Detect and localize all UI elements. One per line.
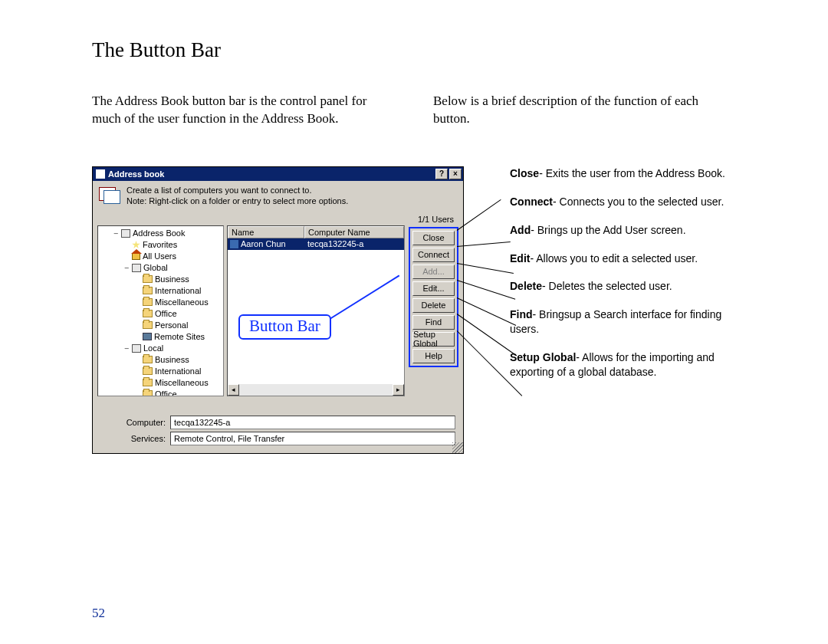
button-descriptions: Close- Exits the user from the Address B… [510,166,732,393]
folder-icon [143,287,153,294]
hint-text: Create a list of computers you want to c… [127,186,348,207]
tree-label: Personal [155,320,188,330]
tree-label: Local [143,343,163,353]
folder-icon [143,275,153,283]
tree-label: Office [155,309,177,318]
lead-line [457,280,515,300]
edit-button[interactable]: Edit... [412,281,455,296]
address-book-icon [97,186,120,202]
folder-icon [143,298,153,306]
tree-item[interactable]: Office [100,389,222,396]
desc-item: Add- Brings up the Add User screen. [510,223,732,238]
desc-item: Setup Global- Allows for the importing a… [510,350,732,380]
lead-line [457,263,514,274]
connect-button[interactable]: Connect [412,248,455,262]
tree-label: Global [143,263,168,272]
address-book-dialog: Address book ? × Create a list of comput… [92,166,464,454]
user-icon [230,240,238,248]
folder-tree[interactable]: −Address BookFavoritesAll Users−GlobalBu… [97,225,224,396]
help-button[interactable]: Help [412,349,455,363]
tree-item[interactable]: Personal [100,320,222,331]
tree-label: Business [155,274,189,284]
tree-item[interactable]: Business [100,274,222,285]
tree-item[interactable]: −Address Book [100,228,222,239]
folder-icon [143,356,153,363]
tree-item[interactable]: International [100,285,222,297]
book-icon [121,229,130,238]
tree-label: Office [155,389,177,396]
lead-line [457,242,511,247]
list-header[interactable]: Name Computer Name [228,226,404,238]
tree-item[interactable]: Miscellaneous [100,377,222,389]
h-scrollbar[interactable]: ◂ ▸ [228,384,404,396]
setup-global-button[interactable]: Setup Global [412,332,455,347]
window-title: Address book [108,169,164,179]
add-button[interactable]: Add... [412,264,455,279]
lead-line [457,314,517,356]
scroll-left-icon[interactable]: ◂ [228,384,239,396]
col-computer[interactable]: Computer Name [304,226,404,238]
page-heading: The Button Bar [92,38,736,62]
book-icon [132,264,141,272]
scroll-right-icon[interactable]: ▸ [393,384,404,396]
delete-button[interactable]: Delete [412,298,455,313]
services-field[interactable]: Remote Control, File Transfer [170,432,455,445]
tree-item[interactable]: Business [100,354,222,366]
home-icon [132,253,140,260]
intro-left: The Address Book button bar is the contr… [92,93,395,128]
computer-label: Computer: [123,418,166,427]
user-count: 1/1 Users [418,215,454,224]
app-icon [96,169,105,179]
find-button[interactable]: Find [412,315,455,330]
tree-item[interactable]: −Local [100,343,222,354]
mon-icon [143,333,152,340]
tree-label: Address Book [133,228,185,238]
tree-item[interactable]: All Users [100,251,222,262]
tree-item[interactable]: Miscellaneous [100,297,222,308]
close-button[interactable]: Close [412,231,455,245]
tree-label: Favorites [143,240,177,249]
tree-label: International [155,286,202,295]
desc-item: Connect- Connects you to the selected us… [510,195,732,209]
row-name: Aaron Chun [241,239,286,248]
folder-icon [143,379,153,386]
user-list[interactable]: Name Computer Name Aaron Chun tecqa13224… [227,225,405,396]
list-row[interactable]: Aaron Chun tecqa132245-a [228,238,404,250]
resize-grip-icon[interactable] [452,442,463,453]
lead-line [457,199,501,231]
desc-item: Delete- Deletes the selected user. [510,279,732,294]
lead-line [457,297,516,326]
row-computer: tecqa132245-a [304,239,404,248]
services-label: Services: [123,434,166,443]
desc-item: Close- Exits the user from the Address B… [510,166,732,181]
titlebar-close-button[interactable]: × [449,169,462,179]
intro-right: Below is a brief description of the func… [433,93,736,128]
tree-item[interactable]: −Global [100,262,222,274]
tree-label: International [155,366,202,376]
tree-label: All Users [143,251,176,261]
computer-field[interactable]: tecqa132245-a [170,416,455,429]
desc-item: Find- Bringsup a Search interface for fi… [510,307,732,337]
tree-label: Miscellaneous [155,378,209,387]
folder-icon [143,390,153,396]
folder-icon [143,321,153,329]
callout-label: Button Bar [238,314,331,340]
button-bar: Close Connect Add... Edit... Delete Find… [409,227,458,367]
tree-label: Remote Sites [154,332,205,341]
star-icon [132,241,140,249]
desc-item: Edit- Allows you to edit a selected user… [510,251,732,266]
tree-label: Miscellaneous [155,297,209,307]
titlebar-help-button[interactable]: ? [435,169,448,179]
tree-label: Business [155,355,189,364]
titlebar[interactable]: Address book ? × [93,167,463,181]
page-number: 52 [92,606,105,621]
tree-item[interactable]: Office [100,308,222,320]
folder-icon [143,310,153,317]
tree-item[interactable]: Remote Sites [100,331,222,343]
tree-item[interactable]: Favorites [100,239,222,251]
folder-icon [143,367,153,375]
tree-item[interactable]: International [100,366,222,377]
col-name[interactable]: Name [228,226,304,238]
book-icon [132,344,141,353]
